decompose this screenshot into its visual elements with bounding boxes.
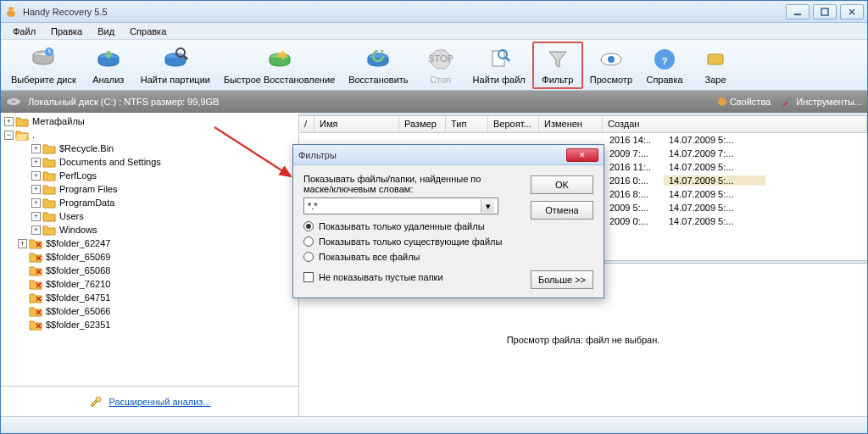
tree-item[interactable]: +Users	[3, 209, 298, 223]
col-prob[interactable]: Вероят...	[488, 116, 539, 132]
expander-icon[interactable]: +	[31, 185, 41, 194]
col-size[interactable]: Размер	[399, 116, 446, 132]
list-row[interactable]: 2009 5:...14.07.2009 5:...	[604, 201, 867, 214]
advanced-analysis-link[interactable]: Расширенный анализ...	[108, 397, 210, 407]
filter-icon	[544, 46, 571, 73]
tree-item[interactable]: +PerfLogs	[3, 169, 298, 182]
preview-button[interactable]: Просмотр	[583, 42, 639, 89]
list-row[interactable]: 2009 0:...14.07.2009 5:...	[604, 214, 867, 228]
tree-item[interactable]: +Documents and Settings	[3, 155, 298, 169]
find-partitions-button[interactable]: Найти партиции	[134, 42, 217, 89]
list-row[interactable]: 2016 0:...14.07.2009 5:...	[604, 174, 867, 187]
tree-item-metafiles[interactable]: +Метафайлы	[3, 114, 298, 128]
help-button[interactable]: ? Справка	[639, 42, 690, 89]
svg-point-20	[12, 101, 15, 103]
tree-item[interactable]: +Windows	[3, 223, 298, 236]
tree-item-deleted[interactable]: $$folder_65066	[3, 304, 298, 318]
tree-item-root[interactable]: −.	[3, 128, 298, 142]
ok-button[interactable]: OK	[531, 175, 593, 194]
tree-item[interactable]: +ProgramData	[3, 196, 298, 209]
col-type[interactable]: Тип	[446, 116, 488, 132]
svg-point-21	[787, 97, 792, 102]
folder-tree[interactable]: +Метафайлы −. +$Recycle.Bin+Documents an…	[1, 113, 298, 386]
col-slash[interactable]: /	[299, 116, 314, 132]
expander-icon[interactable]: +	[18, 239, 27, 248]
folder-open-icon	[15, 129, 29, 141]
expander-icon[interactable]: +	[31, 198, 41, 208]
tree-item-deleted[interactable]: $$folder_65068	[3, 264, 298, 277]
dialog-titlebar[interactable]: Фильтры ✕	[293, 145, 604, 165]
tree-item-deleted[interactable]: +$$folder_62247	[3, 236, 298, 250]
list-row[interactable]: 2016 14:..14.07.2009 5:...	[604, 133, 867, 147]
radio-deleted-only[interactable]: Показывать только удаленные файлы	[303, 221, 593, 231]
svg-text:STOP: STOP	[428, 53, 453, 64]
filter-button[interactable]: Фильтр	[532, 42, 583, 89]
deleted-folder-icon	[29, 251, 42, 263]
folder-icon	[42, 170, 56, 181]
col-modified[interactable]: Изменен	[539, 116, 603, 132]
fast-recovery-button[interactable]: Быстрое Восстановление	[217, 42, 342, 89]
analyze-button[interactable]: Анализ	[83, 42, 134, 89]
advanced-analysis-bar: Расширенный анализ...	[1, 386, 298, 416]
svg-rect-0	[794, 14, 801, 15]
preview-message: Просмотр файла: файл не выбран.	[507, 335, 660, 345]
flashlight-icon	[88, 393, 103, 410]
expander-icon[interactable]: +	[31, 144, 41, 153]
svg-point-22	[96, 397, 101, 402]
menu-file[interactable]: Файл	[6, 25, 42, 38]
menu-view[interactable]: Вид	[91, 25, 121, 38]
cancel-button[interactable]: Отмена	[531, 201, 593, 220]
more-button[interactable]: Больше >>	[531, 270, 593, 289]
col-name[interactable]: Имя	[314, 116, 399, 132]
close-button[interactable]	[840, 4, 864, 19]
menubar: Файл Правка Вид Справка	[1, 23, 867, 40]
svg-rect-18	[708, 54, 723, 64]
tree-item-deleted[interactable]: $$folder_64751	[3, 291, 298, 304]
list-row[interactable]: 2016 8:...14.07.2009 5:...	[604, 187, 867, 201]
mask-combobox[interactable]: *.* ▾	[303, 198, 498, 214]
disk-icon	[30, 46, 57, 73]
col-created[interactable]: Создан	[603, 116, 867, 132]
folder-icon	[42, 210, 56, 222]
chevron-down-icon: ▾	[481, 199, 494, 213]
list-header: / Имя Размер Тип Вероят... Изменен Созда…	[299, 116, 867, 133]
tree-item[interactable]: +Program Files	[3, 182, 298, 196]
deleted-folder-icon	[29, 237, 42, 249]
list-row[interactable]: 2009 7:...14.07.2009 7:...	[604, 147, 867, 160]
folder-icon	[15, 115, 29, 127]
maximize-button[interactable]	[813, 4, 837, 19]
register-button[interactable]: Заре	[690, 42, 741, 89]
window-title: Handy Recovery 5.5	[23, 7, 782, 17]
pathbar: Локальный диск (C:) : NTFS размер: 99,9G…	[1, 91, 867, 113]
expander-icon[interactable]: +	[31, 171, 41, 181]
pathbar-text: Локальный диск (C:) : NTFS размер: 99,9G…	[28, 97, 219, 107]
statusbar	[1, 416, 867, 433]
radio-existing-only[interactable]: Показывать только существующие файлы	[303, 236, 593, 247]
find-file-button[interactable]: Найти файл	[466, 42, 532, 89]
expander-icon[interactable]: +	[4, 117, 14, 126]
dialog-close-button[interactable]: ✕	[566, 148, 598, 162]
radio-icon	[303, 221, 314, 231]
recover-button[interactable]: Восстановить	[342, 42, 415, 89]
menu-help[interactable]: Справка	[123, 25, 173, 38]
expander-icon[interactable]: −	[4, 131, 14, 140]
expander-icon[interactable]: +	[31, 212, 41, 221]
select-disk-button[interactable]: Выберите диск	[4, 42, 83, 89]
radio-icon	[303, 252, 314, 262]
tree-item-deleted[interactable]: $$folder_65069	[3, 250, 298, 264]
minimize-button[interactable]	[786, 4, 810, 19]
tree-item-deleted[interactable]: $$folder_76210	[3, 277, 298, 291]
expander-icon[interactable]: +	[31, 158, 41, 167]
svg-point-15	[608, 56, 615, 63]
folder-icon	[42, 142, 56, 154]
list-row[interactable]: 2016 11:..14.07.2009 5:...	[604, 160, 867, 174]
menu-edit[interactable]: Правка	[44, 25, 89, 38]
tree-item[interactable]: +$Recycle.Bin	[3, 142, 298, 155]
properties-link[interactable]: Свойства	[715, 96, 771, 108]
expander-icon[interactable]: +	[31, 225, 41, 235]
tree-item-deleted[interactable]: $$folder_62351	[3, 318, 298, 331]
radio-all-files[interactable]: Показывать все файлы	[303, 252, 593, 262]
svg-text:?: ?	[662, 56, 668, 66]
checkbox-icon	[303, 272, 314, 282]
tools-link[interactable]: Инструменты...	[781, 96, 862, 108]
